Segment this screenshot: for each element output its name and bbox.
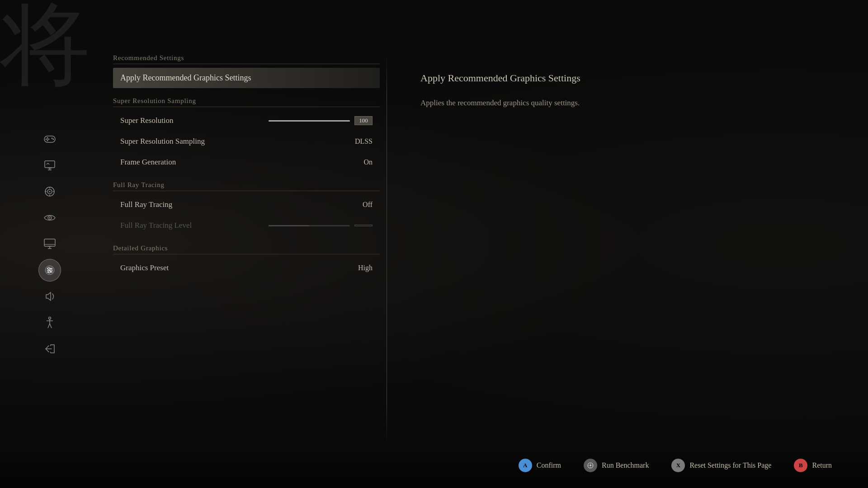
ray-tracing-slider-container (269, 225, 373, 226)
main-content: Recommended Settings Apply Recommended G… (99, 0, 389, 443)
menu-item-label: Full Ray Tracing Level (120, 221, 192, 230)
return-label: Return (812, 461, 832, 469)
info-title: Apply Recommended Graphics Settings (420, 72, 710, 84)
x-button-icon: X (671, 459, 685, 472)
svg-point-4 (46, 139, 47, 140)
section-header-recommended: Recommended Settings (113, 54, 380, 64)
menu-item-graphics-preset[interactable]: Graphics Preset High (113, 258, 380, 278)
section-header-detailed-graphics: Detailed Graphics (113, 244, 380, 254)
menu-item-full-ray-tracing[interactable]: Full Ray Tracing Off (113, 195, 380, 215)
svg-point-5 (48, 139, 50, 140)
menu-item-apply-recommended[interactable]: Apply Recommended Graphics Settings (113, 68, 380, 88)
menu-item-value: DLSS (355, 137, 373, 145)
sidebar-item-accessibility[interactable] (38, 311, 61, 334)
slider-fill (269, 120, 350, 122)
svg-rect-23 (44, 239, 55, 246)
super-resolution-slider-container: 100 (269, 116, 373, 125)
menu-item-label: Graphics Preset (120, 263, 169, 272)
svg-line-12 (47, 163, 48, 164)
bottom-bar: A Confirm Run Benchmark X Reset Settings… (0, 443, 868, 488)
sidebar-item-exit[interactable] (38, 338, 61, 360)
svg-point-33 (50, 269, 52, 271)
menu-item-sampling-mode[interactable]: Super Resolution Sampling DLSS (113, 131, 380, 151)
menu-item-label: Super Resolution (120, 116, 174, 125)
sidebar-item-audio[interactable] (38, 285, 61, 308)
sidebar-item-gamepad[interactable] (38, 128, 61, 150)
menu-item-label: Frame Generation (120, 158, 176, 167)
sidebar-item-eye[interactable] (38, 206, 61, 229)
menu-item-label: Super Resolution Sampling (120, 137, 205, 146)
slider-fill (269, 225, 309, 226)
menu-item-value: On (363, 158, 373, 166)
svg-point-16 (49, 191, 51, 192)
menu-item-value: Off (363, 201, 373, 209)
svg-point-7 (53, 139, 54, 140)
action-reset-settings[interactable]: X Reset Settings for This Page (671, 459, 771, 472)
section-header-super-resolution: Super Resolution Sampling (113, 97, 380, 107)
run-benchmark-label: Run Benchmark (602, 461, 649, 469)
info-panel: Apply Recommended Graphics Settings Appl… (407, 54, 723, 127)
svg-line-39 (50, 324, 52, 328)
sidebar-item-display[interactable] (38, 154, 61, 177)
svg-point-32 (48, 267, 50, 269)
svg-point-3 (47, 140, 48, 141)
action-run-benchmark[interactable]: Run Benchmark (584, 459, 649, 472)
menu-item-ray-tracing-level: Full Ray Tracing Level (113, 216, 380, 235)
b-button-icon: B (794, 459, 807, 472)
slider-track (269, 225, 350, 226)
sidebar-item-sliders[interactable] (38, 259, 61, 282)
menu-item-label: Apply Recommended Graphics Settings (120, 73, 251, 83)
svg-point-2 (47, 137, 48, 139)
sidebar-item-graphics-target[interactable] (38, 180, 61, 203)
action-return[interactable]: B Return (794, 459, 832, 472)
slider-value (354, 225, 373, 226)
menu-item-frame-generation[interactable]: Frame Generation On (113, 152, 380, 172)
benchmark-icon (584, 459, 597, 472)
svg-rect-8 (45, 161, 55, 168)
action-confirm[interactable]: A Confirm (519, 459, 561, 472)
svg-point-34 (48, 271, 50, 273)
a-button-icon: A (519, 459, 532, 472)
svg-point-35 (49, 317, 51, 319)
slider-value: 100 (354, 116, 373, 125)
confirm-label: Confirm (537, 461, 561, 469)
sidebar (0, 0, 99, 488)
reset-settings-label: Reset Settings for This Page (689, 461, 771, 469)
svg-point-6 (52, 138, 53, 139)
slider-track[interactable] (269, 120, 350, 122)
menu-item-label: Full Ray Tracing (120, 200, 172, 209)
svg-line-38 (48, 324, 50, 328)
svg-line-13 (48, 163, 49, 164)
sidebar-item-monitor[interactable] (38, 233, 61, 255)
menu-item-super-resolution[interactable]: Super Resolution 100 (113, 111, 380, 131)
menu-item-value: High (358, 264, 373, 272)
section-header-ray-tracing: Full Ray Tracing (113, 181, 380, 191)
svg-point-22 (49, 217, 51, 219)
info-description: Applies the recommended graphics quality… (420, 97, 710, 109)
